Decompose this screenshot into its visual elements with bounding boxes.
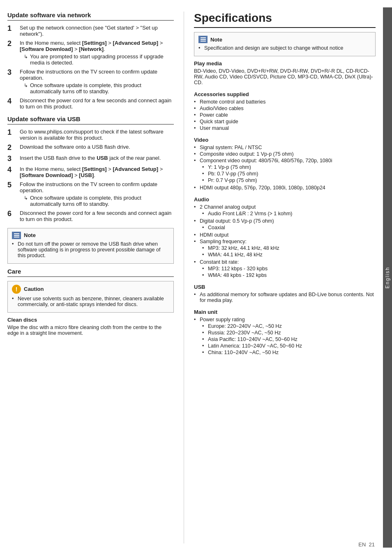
note-header: Note	[12, 232, 169, 239]
audio-subtitle: Audio	[194, 196, 376, 203]
main-content: Update software via network 1 Set up the…	[0, 7, 383, 548]
step-usb-content-1: Go to www.philips.com/support to check i…	[20, 129, 174, 141]
acc-item-2: Power cable	[194, 112, 376, 118]
step-usb-content-5: Follow the instructions on the TV screen…	[20, 181, 174, 207]
section-main-unit: Main unit Power supply rating Europe: 22…	[194, 309, 376, 355]
side-tab: English	[383, 7, 392, 548]
step-content-4: Disconnect the power cord for a few seco…	[20, 97, 174, 110]
side-tab-label: English	[385, 267, 390, 288]
step-usb-num-4: 4	[7, 166, 17, 174]
caution-item: Never use solvents such as benzene, thin…	[12, 296, 169, 307]
clean-discs-text: Wipe the disc with a micro fibre cleanin…	[7, 325, 174, 336]
video-list: Signal system: PAL / NTSC Composite vide…	[194, 145, 376, 191]
step-num-4: 4	[7, 97, 17, 106]
section-title-care: Care	[7, 268, 174, 277]
step-arrow-3: ↳ Once software update is complete, this…	[24, 82, 174, 94]
usb-item: As additional memory for software update…	[194, 292, 376, 303]
audio-item-8: Constant bit rate:	[194, 259, 376, 265]
step-usb-4: 4 In the Home menu, select [Settings] > …	[7, 166, 174, 178]
audio-item-2: Digital output: 0.5 Vp-p (75 ohm)	[194, 218, 376, 224]
section-usb-spec: USB As additional memory for software up…	[194, 284, 376, 303]
video-sublist: Y: 1 Vp-p (75 ohm) Pb: 0.7 V-pp (75 ohm)…	[194, 164, 376, 183]
play-media-text: BD-Video, DVD-Video, DVD+R/+RW, DVD-R/-R…	[194, 68, 376, 85]
video-item-0: Signal system: PAL / NTSC	[194, 145, 376, 150]
main-unit-item-5: China: 110~240V ~AC, ~50 Hz	[202, 350, 376, 355]
footer-label: EN	[358, 541, 366, 548]
audio-item-7: WMA: 44.1 kHz, 48 kHz	[202, 252, 376, 258]
step-usb-content-3: Insert the USB flash drive to the USB ja…	[20, 155, 174, 161]
note-icon-lines	[14, 233, 19, 237]
audio-item-10: WMA: 48 kpbs - 192 kpbs	[202, 272, 376, 278]
step-network-4: 4 Disconnect the power cord for a few se…	[7, 97, 174, 110]
note-icon	[12, 232, 21, 239]
accessories-list: Remote control and batteries Audio/Video…	[194, 99, 376, 131]
section-care: Care ! Caution Never use solvents such a…	[7, 268, 174, 336]
usb-list: As additional memory for software update…	[194, 292, 376, 303]
section-title-network: Update software via network	[7, 12, 174, 21]
step-content-3: Follow the instructions on the TV screen…	[20, 69, 174, 94]
section-video: Video Signal system: PAL / NTSC Composit…	[194, 137, 376, 191]
step-usb-num-1: 1	[7, 129, 17, 137]
main-unit-item-0: Power supply rating	[194, 317, 376, 322]
video-item-1: Composite video output: 1 Vp-p (75 ohm)	[194, 151, 376, 157]
main-unit-item-1: Europe: 220~240V ~AC, ~50 Hz	[202, 323, 376, 329]
steps-network: 1 Set up the network connection (see "Ge…	[7, 25, 174, 110]
video-item-4: Pb: 0.7 V-pp (75 ohm)	[202, 171, 376, 177]
video-item-5: Pr: 0.7 V-pp (75 ohm)	[202, 177, 376, 183]
right-column: Specifications Note Specification and de…	[184, 12, 376, 543]
audio-item-0: 2 Channel analog output	[194, 204, 376, 210]
section-audio: Audio 2 Channel analog output Audio Fron…	[194, 196, 376, 278]
step-usb-arrow-5: ↳ Once software update is complete, this…	[24, 195, 174, 207]
main-unit-item-4: Latin America: 110~240V ~AC, 50~60 Hz	[202, 343, 376, 349]
step-usb-num-5: 5	[7, 181, 17, 189]
step-usb-content-6: Disconnect the power cord for a few seco…	[20, 210, 174, 222]
note-item: Do not turn off the power or remove the …	[12, 241, 169, 258]
step-network-1: 1 Set up the network connection (see "Ge…	[7, 25, 174, 37]
step-network-2: 2 In the Home menu, select [Settings] > …	[7, 40, 174, 66]
video-subtitle: Video	[194, 137, 376, 143]
acc-item-3: Quick start guide	[194, 119, 376, 124]
step-arrow-2: ↳ You are prompted to start upgrading pr…	[24, 53, 174, 66]
step-usb-content-4: In the Home menu, select [Settings] > [A…	[20, 166, 174, 178]
step-usb-content-2: Download the software onto a USB flash d…	[20, 144, 174, 150]
spec-note-icon	[198, 36, 208, 43]
main-unit-sublist: Europe: 220~240V ~AC, ~50 Hz Russia: 220…	[194, 323, 376, 355]
step-content-2: In the Home menu, select [Settings] > [A…	[20, 40, 174, 66]
step-usb-num-6: 6	[7, 210, 17, 218]
spec-note-item: Specification and design are subject to …	[198, 45, 371, 51]
audio-item-3: Coaxial	[202, 225, 376, 230]
accessories-subtitle: Accessories supplied	[194, 91, 376, 97]
main-unit-list: Power supply rating Europe: 220~240V ~AC…	[194, 317, 376, 355]
acc-item-4: User manual	[194, 125, 376, 131]
left-column: Update software via network 1 Set up the…	[7, 12, 184, 543]
audio-item-4: HDMI output	[194, 232, 376, 238]
audio-sublist-3: MP3: 112 kbps - 320 kpbs WMA: 48 kpbs - …	[194, 266, 376, 278]
caution-list: Never use solvents such as benzene, thin…	[12, 296, 169, 307]
step-usb-3: 3 Insert the USB flash drive to the USB …	[7, 155, 174, 163]
step-usb-1: 1 Go to www.philips.com/support to check…	[7, 129, 174, 141]
spec-title: Specifications	[194, 12, 376, 28]
audio-sublist-1: Coaxial	[194, 225, 376, 230]
section-update-usb: Update software via USB 1 Go to www.phil…	[7, 115, 174, 222]
section-play-media: Play media BD-Video, DVD-Video, DVD+R/+R…	[194, 60, 376, 85]
step-usb-num-2: 2	[7, 144, 17, 152]
video-item-3: Y: 1 Vp-p (75 ohm)	[202, 164, 376, 170]
section-title-usb: Update software via USB	[7, 115, 174, 124]
main-unit-item-3: Asia Pacific: 110~240V ~AC, 50~60 Hz	[202, 336, 376, 342]
spec-note-icon-lines	[201, 37, 206, 41]
step-num-1: 1	[7, 25, 17, 33]
step-usb-num-3: 3	[7, 155, 17, 163]
step-network-3: 3 Follow the instructions on the TV scre…	[7, 69, 174, 94]
step-num-3: 3	[7, 69, 17, 77]
acc-item-0: Remote control and batteries	[194, 99, 376, 105]
audio-item-1: Audio Front L&R : 2 Vrms (> 1 kohm)	[202, 211, 376, 216]
audio-item-9: MP3: 112 kbps - 320 kpbs	[202, 266, 376, 272]
note-list: Do not turn off the power or remove the …	[12, 241, 169, 258]
step-usb-5: 5 Follow the instructions on the TV scre…	[7, 181, 174, 207]
audio-sublist-2: MP3: 32 kHz, 44.1 kHz, 48 kHz WMA: 44.1 …	[194, 245, 376, 258]
step-usb-6: 6 Disconnect the power cord for a few se…	[7, 210, 174, 222]
footer: EN 21	[358, 541, 375, 548]
section-accessories: Accessories supplied Remote control and …	[194, 91, 376, 131]
acc-item-1: Audio/Video cables	[194, 106, 376, 111]
main-unit-subtitle: Main unit	[194, 309, 376, 315]
